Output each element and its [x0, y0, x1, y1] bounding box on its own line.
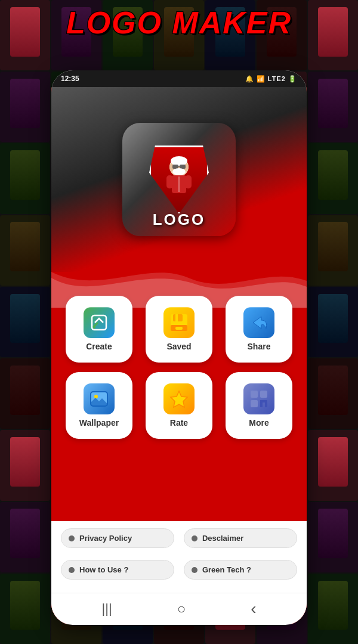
wallpaper-button[interactable]: Wallpaper	[66, 372, 132, 439]
svg-rect-8	[166, 175, 173, 188]
rate-icon	[163, 383, 195, 414]
rate-button[interactable]: Rate	[146, 372, 212, 439]
svg-rect-22	[251, 391, 258, 398]
svg-rect-17	[175, 327, 183, 330]
privacy-policy-link[interactable]: Privacy Policy	[61, 528, 174, 548]
svg-rect-9	[185, 175, 192, 188]
privacy-label: Privacy Policy	[79, 534, 132, 543]
footer-panel: Privacy Policy Desclaimer How to Use ? G…	[51, 521, 307, 593]
svg-point-6	[172, 168, 186, 175]
green-tech-link[interactable]: Green Tech ?	[184, 560, 297, 580]
svg-rect-24	[251, 400, 258, 407]
time-display: 12:35	[61, 75, 79, 83]
create-label: Create	[86, 342, 112, 351]
home-button[interactable]: ○	[177, 600, 186, 617]
wallpaper-label: Wallpaper	[79, 418, 119, 428]
status-icons: 🔔 📶 LTE2 🔋	[245, 75, 297, 83]
logo-text: LOGO	[122, 210, 236, 229]
phone-frame: 12:35 🔔 📶 LTE2 🔋	[51, 70, 307, 625]
svg-point-2	[171, 156, 187, 166]
svg-point-12	[93, 326, 95, 329]
svg-rect-3	[172, 165, 178, 169]
svg-rect-23	[260, 391, 267, 398]
logo-card: LOGO	[122, 123, 236, 236]
green-tech-dot	[192, 567, 197, 573]
svg-rect-27	[260, 400, 267, 402]
green-tech-label: Green Tech ?	[202, 565, 251, 574]
status-bar: 12:35 🔔 📶 LTE2 🔋	[51, 70, 307, 87]
how-to-dot	[69, 567, 75, 573]
buttons-section: Create Saved Share	[51, 290, 307, 454]
nav-bar: ||| ○ ‹	[51, 593, 307, 624]
wave-divider	[51, 260, 307, 308]
main-content: LOGO Create Save	[51, 87, 307, 624]
character-figure	[158, 154, 200, 208]
share-label: Share	[248, 342, 271, 351]
disclaimer-label: Desclaimer	[202, 534, 243, 543]
how-to-use-link[interactable]: How to Use ?	[61, 560, 174, 580]
saved-icon	[163, 307, 195, 338]
links-row-1: Privacy Policy Desclaimer	[61, 528, 297, 548]
rate-label: Rate	[170, 418, 188, 428]
share-icon	[243, 307, 274, 338]
disclaimer-link[interactable]: Desclaimer	[184, 528, 297, 548]
how-to-label: How to Use ?	[79, 565, 128, 574]
saved-label: Saved	[166, 342, 191, 351]
more-icon	[243, 383, 274, 414]
app-title: LOGO MAKER	[0, 5, 358, 41]
logo-shield	[143, 141, 215, 218]
svg-rect-4	[180, 165, 186, 169]
wallpaper-icon	[84, 383, 115, 414]
logo-display-area: LOGO	[51, 87, 307, 272]
svg-rect-15	[175, 314, 178, 321]
links-row-2: How to Use ? Green Tech ?	[61, 560, 297, 580]
svg-marker-21	[171, 391, 187, 407]
buttons-row-2: Wallpaper Rate More	[66, 372, 292, 439]
recent-apps-button[interactable]: |||	[102, 601, 112, 617]
create-icon	[84, 307, 115, 338]
svg-point-20	[94, 395, 98, 398]
more-button[interactable]: More	[226, 372, 292, 439]
more-label: More	[249, 418, 268, 428]
back-button[interactable]: ‹	[251, 599, 256, 618]
disclaimer-dot	[192, 535, 197, 541]
privacy-dot	[69, 535, 75, 541]
